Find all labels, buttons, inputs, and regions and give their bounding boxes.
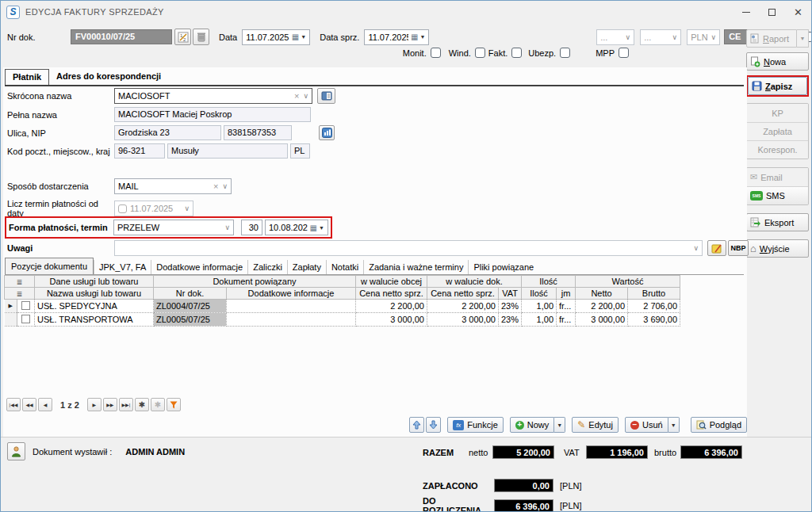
- funkcje-button[interactable]: fx Funkcje: [447, 417, 504, 433]
- header-vat[interactable]: VAT: [499, 288, 522, 300]
- tab-platnik[interactable]: Płatnik: [5, 69, 49, 85]
- next-record-button[interactable]: ▶: [87, 398, 102, 411]
- skrocona-nazwa-combo[interactable]: MACIOSOFT × ∨: [114, 88, 312, 104]
- wind-checkbox[interactable]: [475, 48, 485, 58]
- zaplacono-value: 0,00: [494, 479, 553, 492]
- move-down-button[interactable]: [426, 417, 441, 433]
- row-checkbox[interactable]: [21, 315, 30, 323]
- wyjscie-button[interactable]: ⌂ Wyjście: [746, 239, 809, 258]
- table-row[interactable]: USŁ. TRANSPORTOWA ZL0005/07/25 3 000,00 …: [5, 313, 680, 327]
- move-up-button[interactable]: [409, 417, 424, 433]
- mpp-checkbox[interactable]: [619, 48, 629, 58]
- raport-dropdown-button[interactable]: ▼: [797, 29, 809, 48]
- eksport-button[interactable]: Eksport: [746, 213, 809, 231]
- close-button[interactable]: ✕: [785, 1, 811, 23]
- unmark-all-button[interactable]: ✱: [151, 398, 165, 411]
- monit-checkbox[interactable]: [431, 48, 441, 58]
- header-nazwa[interactable]: Nazwa usługi lub towaru: [35, 288, 154, 300]
- netto-total: 5 200,00: [492, 445, 554, 459]
- tab-jpk[interactable]: JPK_V7, FA: [94, 260, 151, 274]
- header-cena-netto-obca[interactable]: Cena netto sprz.: [356, 288, 427, 300]
- contractor-picker-button[interactable]: [317, 88, 335, 104]
- miejscowosc-field[interactable]: Musuły: [167, 143, 288, 159]
- row-checkbox[interactable]: [21, 301, 30, 310]
- kp-button[interactable]: KP: [747, 104, 808, 122]
- group-header-dane[interactable]: Dane usługi lub towaru: [35, 276, 154, 288]
- first-record-button[interactable]: |◀◀: [6, 398, 21, 411]
- licz-termin-checkbox[interactable]: [118, 204, 127, 213]
- gus-lookup-button[interactable]: [319, 125, 335, 140]
- pelna-nazwa-field[interactable]: MACIOSOFT Maciej Poskrop: [114, 107, 311, 122]
- header-netto[interactable]: Netto: [576, 288, 628, 300]
- delete-number-button[interactable]: [193, 29, 209, 45]
- edytuj-button[interactable]: ✎ Edytuj: [572, 417, 619, 433]
- termin-data-field[interactable]: 10.08.2025 ▦ ▼: [265, 220, 328, 235]
- tab-zaliczki[interactable]: Zaliczki: [247, 260, 287, 274]
- uwagi-field[interactable]: ∨: [114, 240, 703, 256]
- nowy-dropdown-button[interactable]: ▼: [554, 417, 565, 433]
- ulica-field[interactable]: Grodziska 23: [114, 125, 221, 140]
- usun-dropdown-button[interactable]: ▼: [668, 417, 680, 433]
- korespon-button[interactable]: Korespon.: [747, 140, 808, 159]
- edit-notes-button[interactable]: [707, 240, 726, 256]
- tab-pozycje-dokumentu[interactable]: Pozycje dokumentu: [5, 258, 94, 274]
- filter-button[interactable]: [167, 398, 181, 411]
- group-header-ilosc[interactable]: Ilość: [522, 276, 576, 288]
- clear-icon[interactable]: ×: [213, 181, 218, 191]
- extra-combo-b[interactable]: ...∨: [640, 29, 681, 45]
- clear-icon[interactable]: ×: [294, 91, 299, 101]
- header-dodatkowe-informacje[interactable]: Dodatkowe informacje: [227, 288, 356, 300]
- nowy-button[interactable]: + Nowy: [510, 417, 555, 433]
- header-cena-netto-dok[interactable]: Cena netto sprz.: [427, 288, 499, 300]
- currency-combo[interactable]: PLN∨: [687, 29, 720, 45]
- ubezp-checkbox[interactable]: [560, 48, 570, 58]
- prev-record-button[interactable]: ◀: [38, 398, 52, 411]
- kraj-field[interactable]: PL: [290, 143, 310, 159]
- nbp-button[interactable]: NBP: [728, 240, 749, 256]
- tab-zadania[interactable]: Zadania i ważne terminy: [363, 260, 468, 274]
- nowa-button[interactable]: Nowa: [746, 52, 809, 71]
- tab-zaplaty[interactable]: Zapłaty: [287, 260, 326, 274]
- tab-notatki[interactable]: Notatki: [326, 260, 363, 274]
- sposob-dostarczenia-combo[interactable]: MAIL × ∨: [114, 178, 232, 194]
- fakt-checkbox[interactable]: [511, 48, 522, 58]
- sms-button[interactable]: SMS SMS: [747, 186, 808, 204]
- raport-button[interactable]: Raport: [746, 29, 797, 48]
- termin-dni-field[interactable]: 30: [241, 220, 262, 235]
- tab-pliki-powiazane[interactable]: Pliki powiązane: [468, 260, 538, 274]
- header-jm[interactable]: jm: [557, 288, 576, 300]
- group-header-dokument[interactable]: Dokument powiązany: [154, 276, 356, 288]
- extra-combo-a[interactable]: ...∨: [596, 29, 634, 45]
- group-header-waluta-dok[interactable]: w walucie dok.: [427, 276, 522, 288]
- group-header-wartosc[interactable]: Wartość: [576, 276, 680, 288]
- nip-field[interactable]: 8381587353: [224, 125, 292, 140]
- tab-adres-korespondencji[interactable]: Adres do korespondencji: [49, 69, 168, 85]
- data-field[interactable]: 11.07.2025 ▦ ▼: [242, 29, 310, 45]
- header-brutto[interactable]: Brutto: [628, 288, 680, 300]
- uwagi-label: Uwagi: [7, 243, 114, 253]
- email-button[interactable]: ✉ Email: [747, 168, 808, 186]
- zaplata-button[interactable]: Zapłata: [747, 122, 808, 140]
- minimize-button[interactable]: [733, 1, 759, 23]
- header-nr-dok[interactable]: Nr dok.: [154, 288, 227, 300]
- header-ilosc[interactable]: Ilość: [522, 288, 557, 300]
- licz-termin-combo[interactable]: 11.07.2025 ∨: [114, 201, 193, 216]
- fast-next-button[interactable]: ▶▶: [103, 398, 117, 411]
- invoice-edit-window: S EDYCJA FAKTURY SPRZEDAŻY ✕ Nr dok. FV0…: [0, 0, 812, 512]
- podglad-button[interactable]: Podgląd: [691, 417, 747, 433]
- last-record-button[interactable]: ▶▶|: [119, 398, 133, 411]
- maximize-button[interactable]: [759, 1, 785, 23]
- sidebar-actions: Raport ▼ Nowa Zapisz KP Zapłata Korespon…: [746, 29, 809, 258]
- tab-dodatkowe-informacje[interactable]: Dodatkowe informacje: [151, 260, 247, 274]
- forma-platnosci-combo[interactable]: PRZELEW ∨: [113, 220, 234, 235]
- issuer-button[interactable]: [7, 442, 25, 460]
- kod-pocztowy-field[interactable]: 96-321: [114, 143, 165, 159]
- zapisz-button[interactable]: Zapisz: [748, 77, 807, 95]
- mark-all-button[interactable]: ✱: [135, 398, 149, 411]
- table-row[interactable]: ▶ USŁ. SPEDYCYJNA ZL0004/07/25 2 200,00 …: [5, 300, 680, 313]
- fast-prev-button[interactable]: ◀◀: [22, 398, 36, 411]
- renumber-button[interactable]: 12: [174, 29, 191, 45]
- data-sprz-field[interactable]: 11.07.2025 ▦ ▼: [364, 29, 429, 45]
- group-header-waluta-obca[interactable]: w walucie obcej: [356, 276, 427, 288]
- usun-button[interactable]: − Usuń: [625, 417, 668, 433]
